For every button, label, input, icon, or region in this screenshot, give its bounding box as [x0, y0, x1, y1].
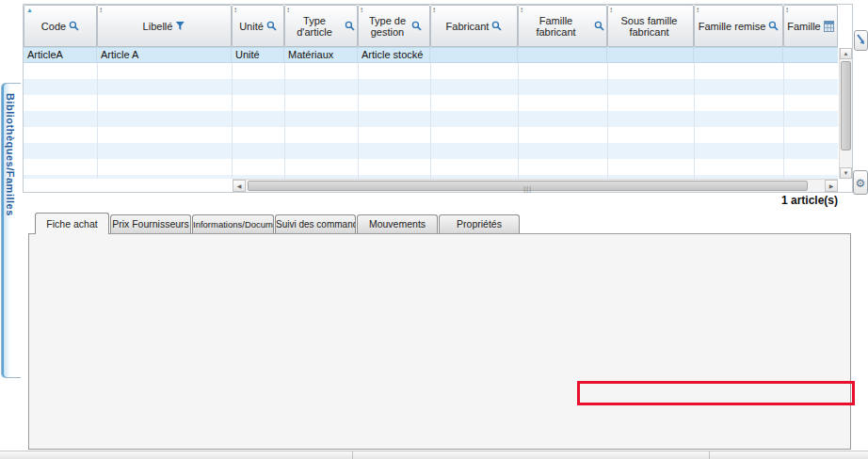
scroll-left-icon[interactable]: ◀: [233, 180, 246, 192]
tab-mouvements[interactable]: Mouvements: [357, 214, 438, 234]
tab-fiche-achat[interactable]: Fiche achat: [35, 213, 109, 234]
column-header-famille[interactable]: ↕ Famille: [783, 5, 838, 47]
app-window: Bibliothèques/Familles ▲ Code ↕ Libellé …: [0, 0, 868, 459]
column-pin-icon: ↕: [360, 5, 363, 16]
tab-suivi-des-commandes[interactable]: Suivi des commandes: [275, 214, 356, 234]
bottom-panel-edge: [0, 451, 868, 459]
column-pin-icon: ↕: [99, 5, 103, 16]
article-count: 1 article(s): [659, 194, 838, 207]
collapse-panel-button[interactable]: [854, 30, 868, 51]
search-icon[interactable]: [411, 21, 422, 31]
cell-fabricant: [430, 48, 518, 62]
empty-rows-area: [24, 63, 838, 179]
column-pin-icon: ↕: [520, 5, 523, 16]
sidebar-tab-label: Bibliothèques/Familles: [5, 93, 16, 216]
column-pin-icon: ↕: [609, 5, 613, 16]
column-pin-icon: ↕: [785, 5, 789, 16]
tab-proprietes[interactable]: Propriétés: [439, 214, 520, 234]
scroll-grip-icon: |||: [523, 184, 532, 193]
column-pin-icon: ↕: [696, 5, 699, 16]
cell-unite: Unité: [232, 48, 284, 62]
column-header-famille-fabricant[interactable]: ↕ Famille fabricant: [518, 5, 607, 47]
grid-settings-button[interactable]: ⚙: [853, 170, 868, 195]
fiche-achat-panel: [28, 233, 851, 450]
diagonal-arrow-icon: [856, 33, 866, 46]
cell-sous-famille-fabricant: [607, 48, 694, 62]
cell-famille: [783, 48, 838, 62]
search-icon[interactable]: [266, 21, 277, 31]
search-icon[interactable]: [69, 21, 79, 31]
vertical-scroll-thumb[interactable]: [841, 61, 851, 150]
search-icon[interactable]: [594, 21, 604, 31]
tab-informations-documents[interactable]: Informations/Documents: [192, 214, 274, 234]
scroll-down-icon[interactable]: ▼: [840, 167, 852, 179]
column-header-sous-famille-fabricant[interactable]: ↕ Sous famille fabricant: [607, 5, 694, 47]
search-icon[interactable]: [768, 21, 779, 31]
column-header-type-article[interactable]: ↕ Type d'article: [284, 5, 358, 47]
cell-famille-fabricant: [518, 48, 607, 62]
grid-vertical-scrollbar[interactable]: ▲ ▼: [839, 48, 852, 179]
cell-code: ArticleA: [24, 48, 97, 62]
search-icon[interactable]: [491, 21, 502, 31]
table-icon[interactable]: [824, 21, 834, 31]
sidebar-tab-bibliotheques-familles[interactable]: Bibliothèques/Familles: [1, 83, 21, 378]
column-pin-icon: ↕: [432, 5, 436, 16]
column-header-libelle[interactable]: ↕ Libellé: [97, 5, 232, 47]
search-icon[interactable]: [345, 21, 355, 31]
filter-icon[interactable]: [175, 21, 185, 31]
column-header-code[interactable]: ▲ Code: [24, 5, 97, 47]
column-header-unite[interactable]: ↕ Unité: [232, 5, 284, 47]
column-header-famille-remise[interactable]: ↕ Famille remise: [694, 5, 783, 47]
scroll-right-icon[interactable]: ▶: [825, 180, 838, 192]
column-header-fabricant[interactable]: ↕ Fabricant: [430, 5, 518, 47]
cell-type-article: Matériaux: [284, 48, 358, 62]
grid-horizontal-scrollbar[interactable]: ◀ ||| ▶: [233, 179, 838, 192]
cell-type-gestion: Article stocké: [358, 48, 430, 62]
scroll-up-icon[interactable]: ▲: [840, 48, 852, 59]
column-pin-icon: ↕: [233, 5, 237, 16]
articles-grid: ▲ Code ↕ Libellé ↕ Unité ↕ Type d'articl…: [23, 4, 853, 193]
sort-ascending-icon: ▲: [26, 5, 33, 16]
cell-famille-remise: [694, 48, 783, 62]
horizontal-scroll-thumb[interactable]: |||: [248, 181, 808, 191]
gear-icon: ⚙: [856, 177, 866, 190]
column-header-type-gestion[interactable]: ↕ Type de gestion: [358, 5, 430, 47]
column-pin-icon: ↕: [286, 5, 290, 16]
cell-libelle: Article A: [97, 48, 232, 62]
tab-prix-fournisseurs[interactable]: Prix Fournisseurs: [110, 214, 191, 234]
table-row[interactable]: ArticleA Article A Unité Matériaux Artic…: [24, 47, 838, 63]
